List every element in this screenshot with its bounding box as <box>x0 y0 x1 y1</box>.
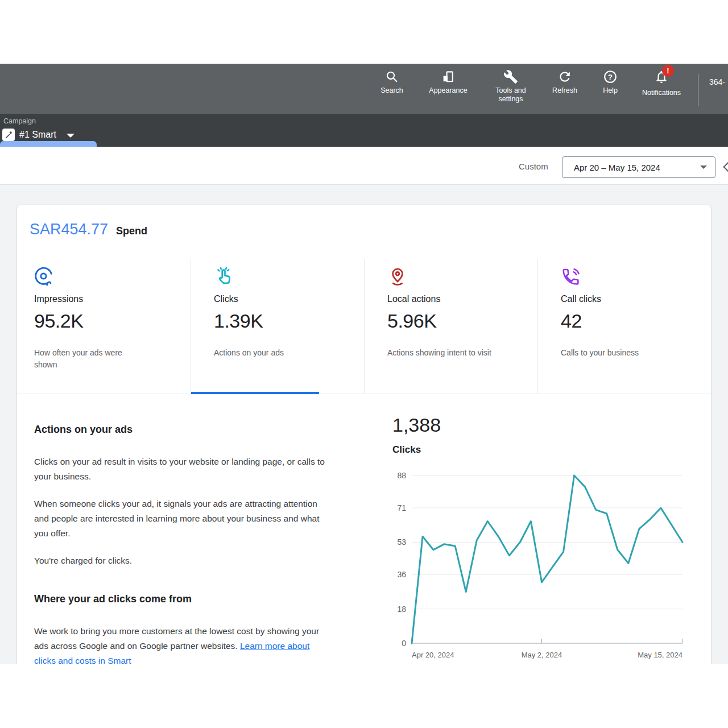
toolbar-help-label: Help <box>603 86 618 95</box>
metric-label: Local actions <box>387 294 440 304</box>
metric-label: Impressions <box>34 294 83 304</box>
toolbar-search[interactable]: Search <box>380 69 403 95</box>
date-range-value: Apr 20 – May 15, 2024 <box>574 163 660 172</box>
overview-card: SAR454.77 Spend Impressions 95.2K <box>17 205 711 664</box>
svg-text:18: 18 <box>397 605 406 614</box>
metric-card-call-clicks[interactable]: Call clicks 42 Calls to your business <box>537 259 711 394</box>
campaign-field-label: Campaign <box>3 117 36 125</box>
paragraph: We work to bring you more customers at t… <box>34 624 333 664</box>
date-range-dropdown[interactable]: Apr 20 – May 15, 2024 <box>562 156 715 178</box>
metric-description: How often your ads were shown <box>34 347 142 371</box>
svg-text:May 15, 2024: May 15, 2024 <box>638 651 682 659</box>
google-ads-page: Search Appearance Tools and settings <box>0 0 728 728</box>
paragraph: When someone clicks your ad, it signals … <box>34 497 333 541</box>
metric-value: 95.2K <box>34 310 83 332</box>
metric-card-local-actions[interactable]: Local actions 5.96K Actions showing inte… <box>364 259 537 394</box>
svg-text:May 2, 2024: May 2, 2024 <box>522 651 562 659</box>
svg-text:53: 53 <box>397 537 406 547</box>
svg-text:?: ? <box>608 73 613 81</box>
svg-text:88: 88 <box>397 471 406 480</box>
tools-icon <box>489 69 532 84</box>
campaign-name: #1 Smart <box>19 130 56 140</box>
toolbar-divider <box>698 74 698 106</box>
metric-description: Actions on your ads <box>214 347 362 359</box>
date-mode-label: Custom <box>519 162 548 171</box>
selected-campaign-indicator <box>0 141 97 147</box>
toolbar-appearance[interactable]: Appearance <box>429 69 467 95</box>
campaign-bar: Campaign #1 Smart <box>0 114 728 147</box>
spend-amount: SAR454.77 <box>30 221 108 238</box>
svg-text:71: 71 <box>397 503 406 512</box>
metric-value: 1.39K <box>214 310 263 332</box>
chart-total-value: 1,388 <box>392 414 705 436</box>
spend-summary: SAR454.77 Spend <box>30 221 147 238</box>
help-icon: ? <box>603 69 618 84</box>
toolbar-notifications[interactable]: ! Notifications <box>642 69 681 97</box>
search-icon <box>380 69 403 84</box>
date-filter-row: Custom Apr 20 – May 15, 2024 <box>0 147 728 185</box>
svg-text:36: 36 <box>397 570 406 579</box>
main-content: SAR454.77 Spend Impressions 95.2K <box>0 185 728 664</box>
collapse-chevron-icon[interactable] <box>723 162 728 172</box>
notification-badge: ! <box>662 65 674 77</box>
location-pin-icon <box>387 267 408 289</box>
metric-description: Actions showing intent to visit <box>387 347 535 359</box>
notifications-bell-icon: ! <box>654 69 669 84</box>
metric-value: 42 <box>561 310 582 332</box>
paragraph: You're charged for clicks. <box>34 553 333 568</box>
metric-value: 5.96K <box>387 310 436 332</box>
top-toolbar: Search Appearance Tools and settings <box>0 64 728 114</box>
campaign-selector[interactable]: #1 Smart <box>2 129 75 141</box>
campaign-type-icon <box>2 129 15 141</box>
clicks-chart-block: 1,388 Clicks 01836537188Apr 20, 2024May … <box>392 414 705 664</box>
paragraph: Clicks on your ad result in visits to yo… <box>34 454 333 484</box>
eye-icon <box>34 267 55 289</box>
section-title-sources: Where your ad clicks come from <box>34 593 333 605</box>
tap-icon <box>214 267 234 289</box>
refresh-icon <box>552 69 577 84</box>
metric-card-clicks[interactable]: Clicks 1.39K Actions on your ads <box>191 259 364 394</box>
svg-text:0: 0 <box>402 639 406 648</box>
toolbar-tools-settings[interactable]: Tools and settings <box>489 69 532 104</box>
toolbar-help[interactable]: ? Help <box>603 69 618 95</box>
chevron-down-icon <box>67 134 75 138</box>
toolbar-notifications-label: Notifications <box>642 89 681 97</box>
toolbar-appearance-label: Appearance <box>429 86 467 95</box>
metric-label: Clicks <box>214 294 238 304</box>
metric-description: Calls to your business <box>561 347 709 359</box>
toolbar-tools-label: Tools and settings <box>489 86 532 104</box>
metric-tabs: Impressions 95.2K How often your ads wer… <box>17 259 711 394</box>
details-text-column: Actions on your ads Clicks on your ad re… <box>34 424 333 664</box>
appearance-icon <box>429 69 467 84</box>
chevron-down-icon <box>700 166 707 169</box>
toolbar-refresh-label: Refresh <box>552 86 577 95</box>
phone-waves-icon <box>561 267 581 289</box>
account-id: 364- <box>709 77 725 86</box>
metric-card-impressions[interactable]: Impressions 95.2K How often your ads wer… <box>17 259 191 394</box>
clicks-line-chart: 01836537188Apr 20, 2024May 2, 2024May 15… <box>392 468 691 664</box>
selected-tab-indicator <box>191 392 319 394</box>
spend-label: Spend <box>116 225 147 237</box>
metric-label: Call clicks <box>561 294 601 304</box>
svg-text:Apr 20, 2024: Apr 20, 2024 <box>412 651 454 659</box>
toolbar-refresh[interactable]: Refresh <box>552 69 577 95</box>
section-title-actions: Actions on your ads <box>34 424 333 436</box>
toolbar-search-label: Search <box>380 86 403 95</box>
chart-total-label: Clicks <box>392 444 705 456</box>
